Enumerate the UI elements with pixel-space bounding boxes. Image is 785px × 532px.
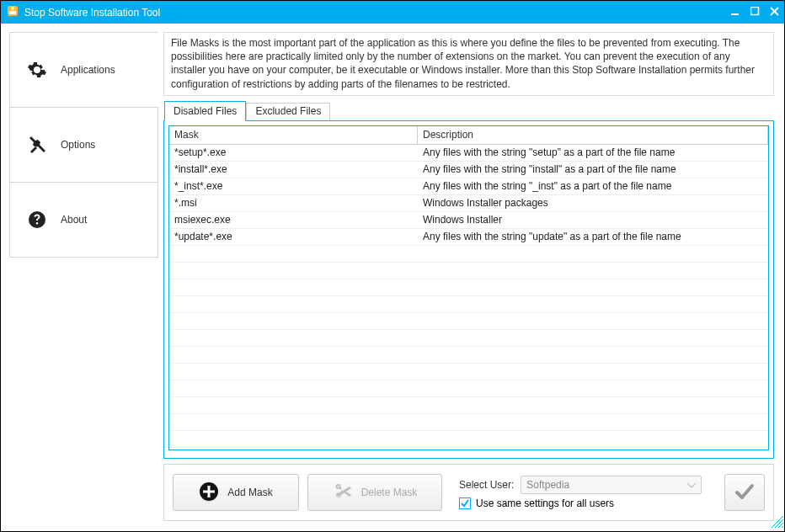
table-row[interactable] xyxy=(169,246,768,263)
app-icon xyxy=(6,4,19,20)
sidebar-item-label: Applications xyxy=(61,64,115,76)
svg-point-2 xyxy=(11,7,14,10)
close-button[interactable] xyxy=(770,7,779,19)
cell-description xyxy=(418,296,768,312)
table-row[interactable] xyxy=(169,263,768,279)
tabs-container: Disabled Files Excluded Files Mask Descr… xyxy=(163,101,774,459)
user-section: Select User: Softpedia Use same settings… xyxy=(459,476,702,509)
cell-description: Any files with the string "setup" as a p… xyxy=(418,145,768,161)
cell-mask: *.msi xyxy=(169,195,418,211)
table-row[interactable] xyxy=(169,313,768,330)
delete-mask-label: Delete Mask xyxy=(361,487,418,498)
cell-description: Windows Installer packages xyxy=(418,195,768,211)
cell-mask xyxy=(169,246,418,262)
table-row[interactable] xyxy=(169,296,768,313)
cell-description xyxy=(418,246,768,262)
cell-description xyxy=(418,279,768,295)
plus-icon xyxy=(199,481,219,504)
cell-mask: *setup*.exe xyxy=(169,145,418,161)
table-row[interactable]: msiexec.exeWindows Installer xyxy=(169,212,768,229)
sidebar-item-label: Options xyxy=(61,139,95,151)
cell-description xyxy=(418,431,768,447)
add-mask-button[interactable]: Add Mask xyxy=(173,474,299,511)
cell-description xyxy=(418,364,768,380)
table-row[interactable] xyxy=(169,279,768,296)
cell-mask xyxy=(169,431,418,447)
cell-mask xyxy=(169,263,418,279)
sidebar-item-about[interactable]: About xyxy=(9,182,158,258)
tools-icon xyxy=(27,135,47,155)
tab-content: Mask Description *setup*.exeAny files wi… xyxy=(163,120,774,459)
table-row[interactable]: *setup*.exeAny files with the string "se… xyxy=(169,145,768,162)
sidebar-item-label: About xyxy=(61,214,87,226)
minimize-button[interactable] xyxy=(731,7,740,19)
table-row[interactable] xyxy=(169,414,768,431)
table-row[interactable] xyxy=(169,397,768,414)
sidebar-item-options[interactable]: Options xyxy=(9,107,158,183)
cell-mask xyxy=(169,380,418,396)
question-icon xyxy=(27,210,47,230)
table-row[interactable]: *_inst*.exeAny files with the string "_i… xyxy=(169,178,768,195)
table-body[interactable]: *setup*.exeAny files with the string "se… xyxy=(169,145,768,450)
table-row[interactable]: *install*.exeAny files with the string "… xyxy=(169,162,768,178)
add-mask-label: Add Mask xyxy=(227,487,272,498)
svg-rect-8 xyxy=(203,490,215,492)
main-panel: File Masks is the most important part of… xyxy=(163,32,774,521)
content-area: Applications Options About File Masks is… xyxy=(1,24,784,531)
cell-description: Any files with the string "_inst" as a p… xyxy=(418,178,768,194)
cell-description: Windows Installer xyxy=(418,212,768,228)
user-row: Select User: Softpedia xyxy=(459,476,702,494)
cell-description xyxy=(418,263,768,279)
selected-user-value: Softpedia xyxy=(526,479,569,491)
cell-description xyxy=(418,414,768,430)
table-row[interactable]: *update*.exeAny files with the string "u… xyxy=(169,229,768,246)
table-row[interactable] xyxy=(169,330,768,347)
svg-rect-3 xyxy=(731,13,739,15)
column-header-description[interactable]: Description xyxy=(418,126,768,144)
cell-mask: *_inst*.exe xyxy=(169,178,418,194)
table-row[interactable] xyxy=(169,364,768,380)
check-icon xyxy=(734,481,756,505)
cell-mask: *update*.exe xyxy=(169,229,418,245)
svg-rect-4 xyxy=(751,7,759,14)
delete-mask-button: Delete Mask xyxy=(307,474,442,511)
cell-description xyxy=(418,330,768,346)
column-header-mask[interactable]: Mask xyxy=(169,126,418,144)
masks-table[interactable]: Mask Description *setup*.exeAny files wi… xyxy=(168,125,769,450)
svg-rect-1 xyxy=(9,11,16,14)
sidebar-item-applications[interactable]: Applications xyxy=(9,32,158,108)
checkbox-label: Use same settings for all users xyxy=(476,497,614,509)
table-row[interactable] xyxy=(169,347,768,364)
cell-mask xyxy=(169,347,418,363)
cell-description: Any files with the string "install" as a… xyxy=(418,162,768,178)
table-row[interactable]: *.msiWindows Installer packages xyxy=(169,195,768,212)
app-window: Stop Software Installation Tool Applicat… xyxy=(0,0,785,532)
tab-disabled-files[interactable]: Disabled Files xyxy=(164,101,246,121)
checkbox-checked[interactable] xyxy=(459,497,471,509)
resize-grip[interactable] xyxy=(772,516,783,530)
table-row[interactable] xyxy=(169,431,768,448)
cell-description xyxy=(418,347,768,363)
cell-mask xyxy=(169,397,418,413)
titlebar-left: Stop Software Installation Tool xyxy=(6,4,160,20)
tab-excluded-files[interactable]: Excluded Files xyxy=(246,103,330,121)
tab-row: Disabled Files Excluded Files xyxy=(164,101,774,121)
user-select-dropdown[interactable]: Softpedia xyxy=(521,476,702,494)
gear-icon xyxy=(27,60,47,80)
confirm-button[interactable] xyxy=(724,474,765,511)
cell-mask xyxy=(169,330,418,346)
bottom-toolbar: Add Mask Delete Mask Select User: Softpe… xyxy=(163,464,774,521)
maximize-button[interactable] xyxy=(750,7,760,19)
sidebar: Applications Options About xyxy=(9,32,158,521)
cell-description xyxy=(418,380,768,396)
cell-mask xyxy=(169,414,418,430)
window-controls xyxy=(731,7,779,19)
same-settings-row[interactable]: Use same settings for all users xyxy=(459,497,702,509)
cell-mask: msiexec.exe xyxy=(169,212,418,228)
table-row[interactable] xyxy=(169,380,768,397)
window-title: Stop Software Installation Tool xyxy=(24,7,160,19)
titlebar[interactable]: Stop Software Installation Tool xyxy=(1,1,784,24)
cell-mask xyxy=(169,279,418,295)
cell-mask: *install*.exe xyxy=(169,162,418,178)
cell-mask xyxy=(169,296,418,312)
